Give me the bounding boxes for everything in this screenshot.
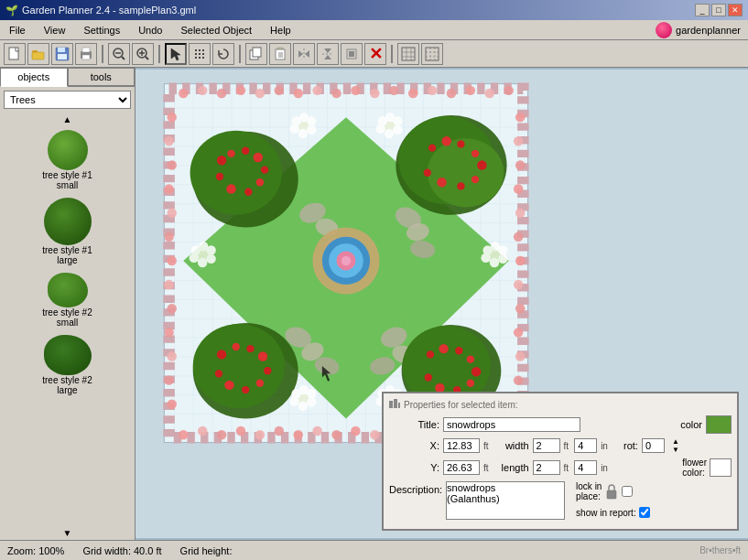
- svg-point-114: [515, 351, 525, 361]
- mirror-h-button[interactable]: [293, 43, 315, 65]
- flower-color-swatch[interactable]: [710, 458, 732, 477]
- report-area: show in report:: [576, 507, 650, 518]
- title-input[interactable]: [443, 417, 580, 432]
- menu-selected-object[interactable]: Selected Object: [171, 20, 261, 39]
- tab-objects[interactable]: objects: [0, 68, 68, 87]
- print-button[interactable]: [75, 43, 97, 65]
- svg-point-74: [198, 426, 207, 436]
- category-select[interactable]: Trees Shrubs Flowers Vegetables Structur…: [4, 91, 131, 109]
- svg-point-173: [224, 381, 233, 390]
- svg-point-60: [275, 86, 284, 95]
- menu-help[interactable]: Help: [261, 20, 300, 39]
- delete-button[interactable]: ✕: [364, 43, 386, 65]
- svg-point-105: [514, 136, 523, 145]
- svg-point-81: [331, 430, 341, 439]
- desc-row: Description: snowdrops (Galanthus) lock …: [389, 481, 732, 520]
- grid-button[interactable]: [397, 43, 419, 65]
- report-checkbox[interactable]: [639, 507, 650, 518]
- svg-point-80: [312, 426, 321, 436]
- menu-view[interactable]: View: [35, 20, 75, 39]
- lock-checkbox[interactable]: [622, 486, 633, 497]
- svg-rect-19: [202, 49, 204, 51]
- close-button[interactable]: ✕: [728, 4, 743, 16]
- desc-textarea[interactable]: snowdrops (Galanthus): [446, 481, 565, 520]
- svg-point-147: [261, 166, 268, 173]
- svg-point-155: [428, 144, 436, 151]
- svg-point-156: [442, 136, 451, 145]
- svg-point-196: [393, 116, 402, 125]
- length2-input[interactable]: [574, 460, 597, 475]
- svg-point-178: [439, 344, 448, 353]
- color-label: color: [675, 419, 702, 430]
- svg-point-158: [472, 150, 479, 157]
- zoom-in-button[interactable]: [132, 43, 154, 65]
- color-swatch[interactable]: [706, 415, 732, 434]
- svg-point-92: [164, 136, 173, 145]
- scroll-up-button[interactable]: ▲: [0, 113, 135, 126]
- width-unit: ft: [564, 441, 569, 451]
- svg-point-68: [428, 86, 437, 95]
- svg-point-76: [236, 426, 245, 436]
- grid-height-status: Grid height:: [180, 545, 233, 556]
- grid-width-status: Grid width: 40.0 ft: [82, 545, 161, 556]
- tab-tools[interactable]: tools: [68, 68, 136, 86]
- svg-rect-21: [199, 53, 201, 55]
- canvas-area[interactable]: Properties for selected item: Title: col…: [136, 68, 748, 540]
- list-item[interactable]: tree style #1large: [2, 196, 133, 267]
- minimize-button[interactable]: _: [695, 4, 710, 16]
- lock-icon: [604, 483, 619, 500]
- shrink-button[interactable]: [341, 43, 363, 65]
- svg-point-161: [457, 182, 464, 189]
- rot-input[interactable]: [642, 438, 665, 453]
- desc-label: Description:: [389, 481, 442, 495]
- move-dots-button[interactable]: [189, 43, 211, 65]
- menu-undo[interactable]: Undo: [129, 20, 171, 39]
- menu-file[interactable]: File: [0, 20, 35, 39]
- svg-point-162: [437, 178, 446, 187]
- tree-label-1: tree style #1small: [42, 170, 92, 190]
- x-unit: ft: [483, 441, 489, 451]
- list-item[interactable]: tree style #1small: [2, 128, 133, 192]
- scroll-down-button[interactable]: ▼: [0, 526, 135, 540]
- svg-point-70: [466, 86, 475, 95]
- separator-2: [158, 45, 160, 63]
- x-input[interactable]: [443, 438, 480, 453]
- maximize-button[interactable]: □: [711, 4, 726, 16]
- snap-button[interactable]: [421, 43, 443, 65]
- new-button[interactable]: [4, 43, 26, 65]
- rot-down-button[interactable]: ▼: [672, 446, 679, 454]
- svg-marker-37: [324, 55, 331, 59]
- svg-point-97: [167, 256, 176, 265]
- copy-button[interactable]: [245, 43, 267, 65]
- menu-settings[interactable]: Settings: [74, 20, 129, 39]
- lock-label: lock inplace:: [576, 481, 602, 501]
- paste-button[interactable]: [269, 43, 291, 65]
- separator-3: [239, 45, 241, 63]
- select-button[interactable]: [165, 43, 187, 65]
- svg-marker-16: [171, 48, 180, 60]
- svg-rect-2: [32, 52, 44, 59]
- width-input[interactable]: [533, 438, 560, 453]
- svg-point-113: [514, 328, 523, 337]
- rotate-button[interactable]: [212, 43, 234, 65]
- y-unit: ft: [483, 463, 489, 473]
- svg-point-62: [312, 86, 321, 95]
- list-item[interactable]: tree style #2large: [2, 333, 133, 397]
- save-button[interactable]: [51, 43, 73, 65]
- rot-up-button[interactable]: ▲: [672, 437, 679, 446]
- length-input[interactable]: [533, 460, 560, 475]
- flower-color-label: flowercolor:: [682, 458, 707, 478]
- mirror-v-button[interactable]: [317, 43, 339, 65]
- svg-point-148: [256, 178, 264, 186]
- svg-rect-7: [82, 48, 90, 52]
- y-input[interactable]: [443, 460, 480, 475]
- app-icon: 🌱: [5, 5, 18, 16]
- svg-point-77: [255, 430, 265, 439]
- zoom-out-button[interactable]: [108, 43, 130, 65]
- width2-input[interactable]: [574, 438, 597, 453]
- list-item[interactable]: tree style #2small: [2, 271, 133, 329]
- length2-unit: in: [601, 463, 608, 473]
- toolbar: ✕: [0, 40, 748, 68]
- tabs: objects tools: [0, 68, 135, 87]
- open-button[interactable]: [27, 43, 49, 65]
